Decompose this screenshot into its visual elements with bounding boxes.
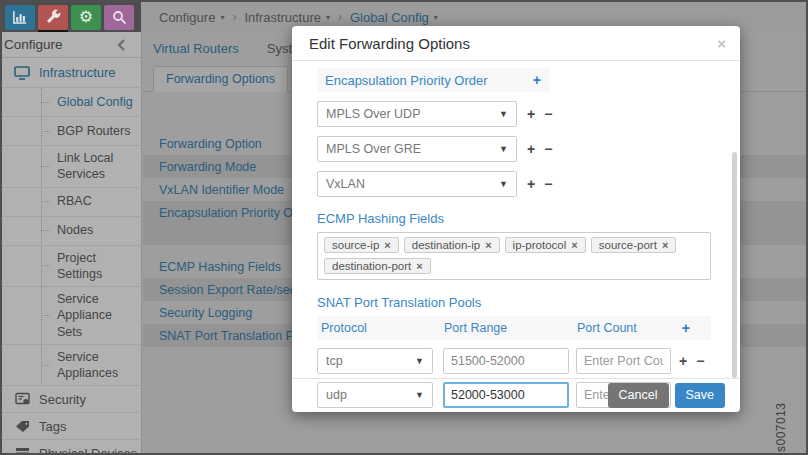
sidebar-title: Configure: [4, 37, 63, 52]
chevron-down-icon: ▾: [220, 13, 224, 22]
breadcrumb-infrastructure[interactable]: Infrastructure ▾: [244, 10, 330, 25]
snat-heading: SNAT Port Translation Pools: [317, 295, 711, 310]
figure-label: s007013: [774, 386, 788, 452]
breadcrumb-separator: ›: [338, 10, 342, 24]
sidebar-item-label: Infrastructure: [39, 65, 116, 80]
sidebar-item-service-appliance-sets[interactable]: Service Appliance Sets: [2, 287, 141, 345]
encapsulation-row: MPLS Over UDP ▼ +−: [317, 101, 711, 127]
modal-body: Encapsulation Priority Order + MPLS Over…: [292, 61, 740, 408]
add-snat-pool-icon[interactable]: +: [682, 321, 690, 335]
ecmp-heading: ECMP Hashing Fields: [317, 211, 711, 226]
security-badge-icon: [14, 392, 30, 406]
column-port-count: Port Count: [577, 321, 637, 335]
settings-tab-button[interactable]: ⚙: [71, 5, 101, 30]
search-icon: [111, 10, 127, 25]
modal-footer: Cancel Save: [292, 378, 740, 412]
encapsulation-select-3[interactable]: VxLAN ▼: [317, 171, 517, 197]
sidebar-item-label: Physical Devices: [39, 446, 137, 453]
wrench-icon: [45, 9, 61, 25]
remove-row-icon[interactable]: −: [544, 141, 552, 157]
chip-ip-protocol: ip-protocol×: [505, 237, 586, 253]
snat-row: tcp ▼ +−: [317, 348, 711, 374]
breadcrumb-global-config[interactable]: Global Config ▾: [350, 10, 438, 25]
sidebar-item-nodes[interactable]: Nodes: [2, 217, 141, 246]
snat-column-headers: Protocol Port Range Port Count +: [317, 316, 711, 340]
app-window: ⚙ Configure ▾ › Infrastructure ▾ › Globa…: [0, 0, 808, 455]
remove-chip-icon[interactable]: ×: [384, 239, 390, 251]
add-row-icon[interactable]: +: [679, 353, 687, 369]
encapsulation-heading: Encapsulation Priority Order: [325, 73, 488, 88]
remove-chip-icon[interactable]: ×: [416, 260, 422, 272]
column-protocol: Protocol: [321, 321, 444, 335]
tab-virtual-routers[interactable]: Virtual Routers: [153, 41, 239, 56]
chevron-down-icon: ▼: [415, 356, 424, 366]
chevron-down-icon: ▼: [499, 179, 508, 189]
save-button[interactable]: Save: [675, 383, 726, 409]
modal-header: Edit Forwarding Options ×: [292, 26, 740, 61]
remove-row-icon[interactable]: −: [696, 353, 704, 369]
chip-destination-ip: destination-ip×: [404, 237, 500, 253]
remove-row-icon[interactable]: −: [544, 106, 552, 122]
encapsulation-section-header: Encapsulation Priority Order +: [317, 68, 549, 92]
sidebar-item-label: Security: [39, 392, 86, 407]
breadcrumb-configure[interactable]: Configure ▾: [159, 10, 224, 25]
encapsulation-row: MPLS Over GRE ▼ +−: [317, 136, 711, 162]
tag-icon: [14, 420, 30, 433]
modal-title: Edit Forwarding Options: [309, 35, 470, 52]
bar-chart-icon: [12, 9, 28, 25]
add-encapsulation-icon[interactable]: +: [533, 73, 541, 87]
sidebar-item-link-local-services[interactable]: Link Local Services: [2, 146, 141, 188]
column-port-range: Port Range: [444, 321, 577, 335]
sidebar-item-label: Tags: [39, 419, 66, 434]
monitor-icon: [14, 66, 30, 80]
port-count-input[interactable]: [576, 348, 671, 374]
ecmp-hashing-fields-input[interactable]: source-ip× destination-ip× ip-protocol× …: [317, 232, 711, 280]
encapsulation-row: VxLAN ▼ +−: [317, 171, 711, 197]
collapse-chevron-icon[interactable]: [113, 39, 129, 51]
chevron-down-icon: ▾: [434, 13, 438, 22]
server-stack-icon: [14, 447, 30, 453]
chip-source-ip: source-ip×: [324, 237, 399, 253]
sidebar-item-rbac[interactable]: RBAC: [2, 188, 141, 217]
chevron-down-icon: ▾: [326, 13, 330, 22]
tab-forwarding-options[interactable]: Forwarding Options: [153, 66, 288, 92]
encapsulation-select-1[interactable]: MPLS Over UDP ▼: [317, 101, 517, 127]
chevron-down-icon: ▼: [499, 109, 508, 119]
sidebar-item-tags[interactable]: Tags: [2, 413, 141, 440]
sidebar-header: Configure: [2, 32, 141, 58]
sidebar-item-global-config[interactable]: Global Config: [2, 88, 141, 117]
monitor-tab-button[interactable]: [5, 5, 35, 30]
close-icon[interactable]: ×: [717, 36, 726, 51]
chip-source-port: source-port×: [591, 237, 677, 253]
chip-destination-port: destination-port×: [324, 258, 431, 274]
search-tab-button[interactable]: [104, 5, 134, 30]
breadcrumb-separator: ›: [232, 10, 236, 24]
remove-chip-icon[interactable]: ×: [571, 239, 577, 251]
add-row-icon[interactable]: +: [527, 106, 535, 122]
remove-row-icon[interactable]: −: [544, 176, 552, 192]
chevron-down-icon: ▼: [499, 144, 508, 154]
configure-tab-button[interactable]: [38, 5, 68, 30]
remove-chip-icon[interactable]: ×: [662, 239, 668, 251]
protocol-select-tcp[interactable]: tcp ▼: [317, 348, 433, 374]
sidebar-item-project-settings[interactable]: Project Settings: [2, 246, 141, 288]
add-row-icon[interactable]: +: [527, 141, 535, 157]
add-row-icon[interactable]: +: [527, 176, 535, 192]
sidebar-item-security[interactable]: Security: [2, 386, 141, 413]
sidebar-item-bgp-routers[interactable]: BGP Routers: [2, 117, 141, 146]
cancel-button[interactable]: Cancel: [608, 383, 669, 409]
sidebar: Configure Infrastructure Global Config B…: [2, 32, 142, 453]
remove-chip-icon[interactable]: ×: [485, 239, 491, 251]
sidebar-subtree: Global Config BGP Routers Link Local Ser…: [2, 88, 141, 386]
sidebar-item-service-appliances[interactable]: Service Appliances: [2, 345, 141, 387]
modal-scrollbar[interactable]: [732, 152, 737, 378]
sidebar-item-infrastructure[interactable]: Infrastructure: [2, 58, 141, 88]
app-icon-bar: ⚙: [2, 2, 141, 32]
sidebar-item-physical-devices[interactable]: Physical Devices: [2, 440, 141, 453]
edit-forwarding-options-modal: Edit Forwarding Options × Encapsulation …: [292, 26, 740, 412]
gear-icon: ⚙: [79, 9, 93, 25]
encapsulation-select-2[interactable]: MPLS Over GRE ▼: [317, 136, 517, 162]
port-range-input[interactable]: [443, 348, 569, 374]
